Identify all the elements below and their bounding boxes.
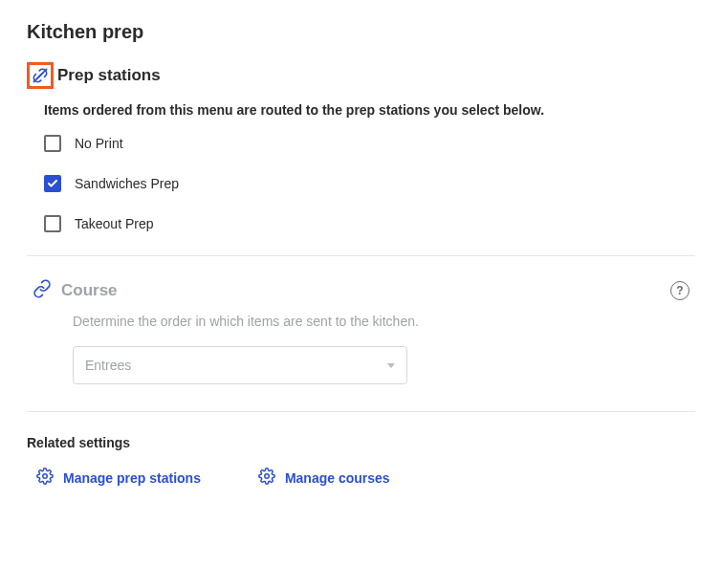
checkbox[interactable] — [44, 135, 61, 152]
broken-link-icon[interactable] — [27, 62, 54, 89]
svg-point-2 — [265, 474, 270, 479]
help-icon[interactable]: ? — [670, 281, 689, 300]
divider — [27, 411, 695, 412]
course-dropdown-value: Entrees — [85, 358, 131, 373]
prep-stations-description: Items ordered from this menu are routed … — [44, 102, 695, 118]
checkbox-label: No Print — [75, 136, 123, 151]
gear-icon — [258, 468, 275, 488]
manage-prep-stations-link[interactable]: Manage prep stations — [36, 468, 201, 488]
checkbox[interactable] — [44, 175, 61, 192]
course-header: Course ? — [33, 279, 689, 302]
course-title-group: Course — [33, 279, 118, 302]
page-title: Kitchen prep — [27, 21, 695, 43]
related-settings-heading: Related settings — [27, 435, 695, 450]
prep-station-row[interactable]: Sandwiches Prep — [44, 175, 695, 192]
prep-stations-list: No Print Sandwiches Prep Takeout Prep — [44, 135, 695, 232]
related-links: Manage prep stations Manage courses — [36, 468, 695, 488]
chevron-down-icon — [387, 363, 395, 368]
svg-point-1 — [43, 474, 48, 479]
course-dropdown[interactable]: Entrees — [73, 346, 407, 384]
link-label: Manage courses — [285, 470, 390, 486]
prep-stations-title: Prep stations — [57, 66, 161, 85]
course-section: Course ? Determine the order in which it… — [27, 279, 695, 384]
link-label: Manage prep stations — [63, 470, 201, 486]
checkbox-label: Sandwiches Prep — [75, 176, 179, 191]
prep-station-row[interactable]: Takeout Prep — [44, 215, 695, 232]
course-title: Course — [61, 281, 118, 300]
manage-courses-link[interactable]: Manage courses — [258, 468, 390, 488]
link-icon[interactable] — [33, 279, 52, 302]
checkbox-label: Takeout Prep — [75, 216, 154, 231]
prep-station-row[interactable]: No Print — [44, 135, 695, 152]
checkbox[interactable] — [44, 215, 61, 232]
divider — [27, 255, 695, 256]
gear-icon — [36, 468, 54, 488]
course-description: Determine the order in which items are s… — [73, 314, 689, 329]
prep-stations-header: Prep stations — [27, 62, 695, 89]
